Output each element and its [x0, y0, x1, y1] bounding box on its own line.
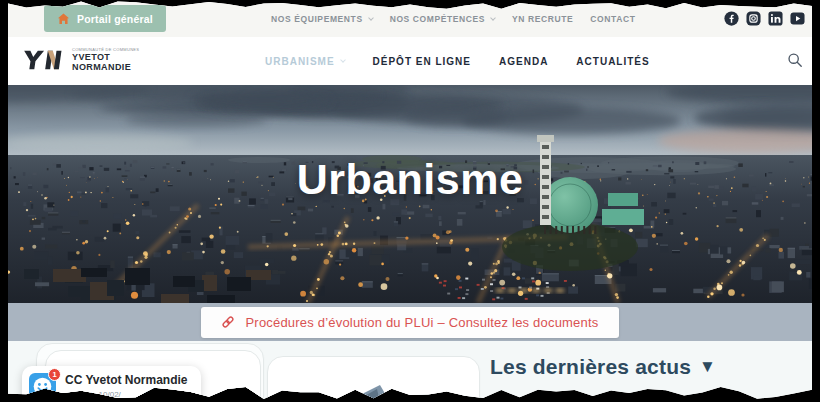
page: Portail général NOS ÉQUIPEMENTS NOS COMP…: [8, 0, 812, 402]
chat-widget-title: CC Yvetot Normandie: [65, 373, 187, 387]
notification-badge: 1: [48, 368, 61, 381]
youtube-icon[interactable]: [790, 11, 805, 26]
social-links: [724, 0, 805, 37]
site-logo[interactable]: COMMUNAUTÉ DE COMMUNES YVETOT NORMANDIE: [20, 44, 139, 76]
portal-general-button[interactable]: Portail général: [44, 5, 166, 32]
plui-documents-link[interactable]: Procédures d’évolution du PLUi – Consult…: [201, 307, 618, 338]
caret-down-icon: ▼: [699, 357, 716, 377]
linkedin-icon[interactable]: [768, 11, 783, 26]
search-icon[interactable]: [787, 52, 803, 68]
card-thumbnail: [344, 383, 392, 402]
news-card[interactable]: [267, 356, 480, 402]
nav-actualites[interactable]: ACTUALITÉS: [576, 56, 649, 67]
nav-nos-competences[interactable]: NOS COMPÉTENCES: [390, 14, 495, 24]
latest-news-heading: Les dernières actus ▼: [490, 355, 716, 379]
utility-nav: NOS ÉQUIPEMENTS NOS COMPÉTENCES YN RECRU…: [271, 0, 635, 37]
nav-nos-equipements[interactable]: NOS ÉQUIPEMENTS: [271, 14, 373, 24]
primary-nav: URBANISME DÉPÔT EN LIGNE AGENDA ACTUALIT…: [265, 37, 650, 85]
facebook-icon[interactable]: [724, 11, 739, 26]
plui-link-label: Procédures d’évolution du PLUi – Consult…: [245, 315, 598, 330]
chat-widget[interactable]: 1 CC Yvetot Normandie ée le 10/02/: [22, 366, 201, 402]
plui-banner-band: Procédures d’évolution du PLUi – Consult…: [8, 303, 812, 341]
chat-widget-subtext: ée le 10/02/: [79, 390, 187, 399]
hero-banner: Urbanisme: [8, 85, 812, 303]
yn-logo-icon: [20, 44, 66, 76]
link-icon: [221, 315, 235, 329]
top-utility-bar: Portail général NOS ÉQUIPEMENTS NOS COMP…: [8, 0, 812, 37]
nav-depot-en-ligne[interactable]: DÉPÔT EN LIGNE: [373, 56, 471, 67]
news-section: Les dernières actus ▼ 1 CC Yvetot Norman…: [8, 341, 812, 402]
page-title: Urbanisme: [8, 155, 812, 204]
nav-agenda[interactable]: AGENDA: [499, 56, 548, 67]
portal-button-label: Portail général: [77, 13, 153, 25]
main-navigation-bar: COMMUNAUTÉ DE COMMUNES YVETOT NORMANDIE …: [8, 37, 812, 85]
chevron-down-icon: [490, 15, 496, 21]
chevron-down-icon: [340, 57, 346, 63]
instagram-icon[interactable]: [746, 11, 761, 26]
nav-yn-recrute[interactable]: YN RECRUTE: [512, 14, 573, 24]
chat-widget-icon: 1: [29, 373, 56, 400]
brand-name-line2: NORMANDIE: [72, 63, 139, 72]
chevron-down-icon: [368, 15, 374, 21]
nav-urbanisme[interactable]: URBANISME: [265, 56, 345, 67]
nav-contact[interactable]: CONTACT: [590, 14, 635, 24]
screenshot-frame: { "topbar": { "portal_button": { "label"…: [0, 0, 820, 402]
home-icon: [57, 13, 70, 25]
